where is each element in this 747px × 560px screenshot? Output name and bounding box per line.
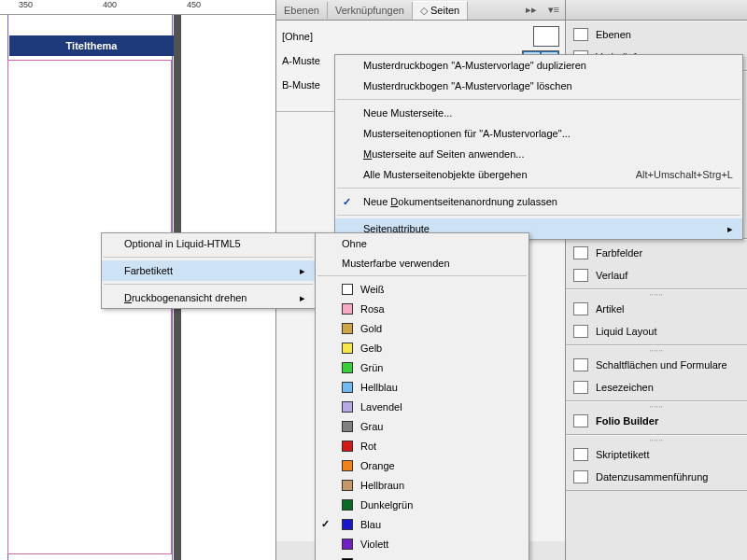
submenu-color-label: Ohne Musterfarbe verwenden WeißRosaGoldG… [315,232,529,560]
menu-label: Farbetikett [124,265,173,276]
submenu-page-attributes: Optional in Liquid-HTML5 Farbetikett▸ Dr… [101,232,316,309]
menu-duplicate-master[interactable]: Musterdruckbogen "A-Mustervorlage" dupli… [335,55,742,76]
menu-apply-master[interactable]: Musterseite auf Seiten anwenden... [335,144,742,164]
liquid-icon [573,325,588,338]
dock-label: Folio Builder [596,415,658,427]
dock-label: Lesezeichen [596,382,654,393]
article-icon [573,302,588,315]
color-swatch-icon [342,460,353,471]
menu-rotate-spread[interactable]: Druckbogenansicht drehen▸ [102,287,315,308]
menu-label: Blau [360,519,381,530]
submenu-arrow-icon: ▸ [300,265,305,277]
menu-color-lavendel[interactable]: Lavendel [316,397,529,416]
menu-color-schwarz[interactable]: Schwarz [316,553,529,560]
ruler-tick: 450 [187,0,201,9]
menu-master-options[interactable]: Musterseitenoptionen für "A-Mustervorlag… [335,123,742,144]
context-menu-master: Musterdruckbogen "A-Mustervorlage" dupli… [334,54,743,240]
menu-color-violett[interactable]: Violett [316,534,529,553]
dock-label: Farbfelder [596,247,642,259]
menu-color-rot[interactable]: Rot [316,436,529,455]
menu-label: Neue Musterseite... [363,107,452,119]
master-row-none[interactable]: [Ohne] [282,24,559,49]
menu-label: Ohne [342,238,367,249]
menu-label: Musterdruckbogen "A-Mustervorlage" lösch… [363,80,572,91]
dock-item-schaltflaechen[interactable]: Schaltflächen und Formulare [566,354,747,376]
script-icon [573,448,588,461]
menu-separator [337,188,740,189]
tab-verknuepfungen[interactable]: Verknüpfungen [328,2,413,19]
menu-color-none[interactable]: Ohne [316,233,529,253]
dock-item-daten[interactable]: Datenzusammenführung [566,466,747,488]
menu-label: Grau [360,421,383,432]
dock-item-liquid[interactable]: Liquid Layout [566,320,747,343]
color-swatch-icon [342,519,353,530]
color-swatch-icon [342,539,353,550]
dock-label: Schaltflächen und Formulare [596,359,727,371]
menu-delete-master[interactable]: Musterdruckbogen "A-Mustervorlage" lösch… [335,76,742,96]
dock-item-ebenen[interactable]: Ebenen [566,23,747,46]
menu-color-dunkelgrün[interactable]: Dunkelgrün [316,495,529,514]
menu-label: Hellblau [360,382,398,393]
button-icon [573,358,588,371]
menu-color-blau[interactable]: ✓Blau [316,514,529,534]
dock-item-farbfelder[interactable]: Farbfelder [566,242,747,264]
menu-label: Grün [360,362,383,373]
dock-item-lesezeichen[interactable]: Lesezeichen [566,376,747,399]
datamerge-icon [573,470,588,483]
layers-icon [573,28,588,41]
menu-color-weiß[interactable]: Weiß [316,279,529,299]
menu-color-label[interactable]: Farbetikett▸ [102,260,315,281]
menu-label: Weiß [360,284,384,295]
menu-color-grün[interactable]: Grün [316,357,529,377]
menu-label: Violett [360,539,388,550]
color-swatch-icon [342,323,353,334]
menu-shortcut: Alt+Umschalt+Strg+L [636,169,733,180]
page-title-box[interactable]: Titelthema [9,35,174,56]
menu-label: Neue Dokumentseitenanordnung zulassen [363,196,557,207]
color-swatch-icon [342,382,353,393]
menu-label: Musterseite auf Seiten anwenden... [363,148,524,160]
swatches-icon [573,246,588,259]
menu-label: Musterdruckbogen "A-Mustervorlage" dupli… [363,60,586,71]
panel-tabs: Ebenen Verknüpfungen ◇ Seiten ▸▸ ▾≡ [276,0,565,21]
panel-collapse-icon[interactable]: ▸▸ [520,4,543,16]
menu-color-grau[interactable]: Grau [316,416,529,436]
tab-ebenen[interactable]: Ebenen [276,2,328,19]
menu-allow-reorder[interactable]: ✓Neue Dokumentseitenanordnung zulassen [335,191,742,212]
dock-item-folio[interactable]: Folio Builder [566,410,747,432]
menu-color-hellbraun[interactable]: Hellbraun [316,475,529,495]
menu-color-rosa[interactable]: Rosa [316,299,529,318]
menu-label: Musterfarbe verwenden [342,258,450,269]
menu-color-gold[interactable]: Gold [316,318,529,338]
tab-seiten[interactable]: ◇ Seiten [413,1,468,20]
menu-color-orange[interactable]: Orange [316,455,529,475]
master-thumb [533,26,559,47]
menu-color-gelb[interactable]: Gelb [316,338,529,357]
menu-new-master[interactable]: Neue Musterseite... [335,103,742,123]
dock-header[interactable] [566,0,747,21]
folio-icon [573,414,588,427]
menu-label: Musterseitenoptionen für "A-Mustervorlag… [363,128,571,139]
dock-item-artikel[interactable]: Artikel [566,298,747,320]
menu-label: Dunkelgrün [360,499,413,511]
menu-color-hellblau[interactable]: Hellblau [316,377,529,397]
menu-label: Rot [360,441,376,452]
menu-separator [104,284,313,285]
check-icon: ✓ [343,196,351,208]
dock-item-verlauf[interactable]: Verlauf [566,264,747,287]
ruler-tick: 350 [19,0,33,9]
menu-label: Gelb [360,343,382,354]
dock-label: Ebenen [596,29,631,40]
menu-label: Orange [360,460,395,471]
menu-override-all[interactable]: Alle Musterseitenobjekte übergehenAlt+Um… [335,164,742,185]
ruler-tick: 400 [103,0,117,9]
menu-color-master[interactable]: Musterfarbe verwenden [316,253,529,273]
menu-separator [337,215,740,216]
panel-menu-icon[interactable]: ▾≡ [543,4,565,16]
menu-label: Alle Musterseitenobjekte übergehen [363,169,528,180]
check-icon: ✓ [321,518,330,530]
menu-label: Gold [360,323,382,334]
menu-liquid-html5[interactable]: Optional in Liquid-HTML5 [102,233,315,254]
dock-item-skript[interactable]: Skriptetikett [566,443,747,466]
tab-label: Seiten [430,5,459,16]
